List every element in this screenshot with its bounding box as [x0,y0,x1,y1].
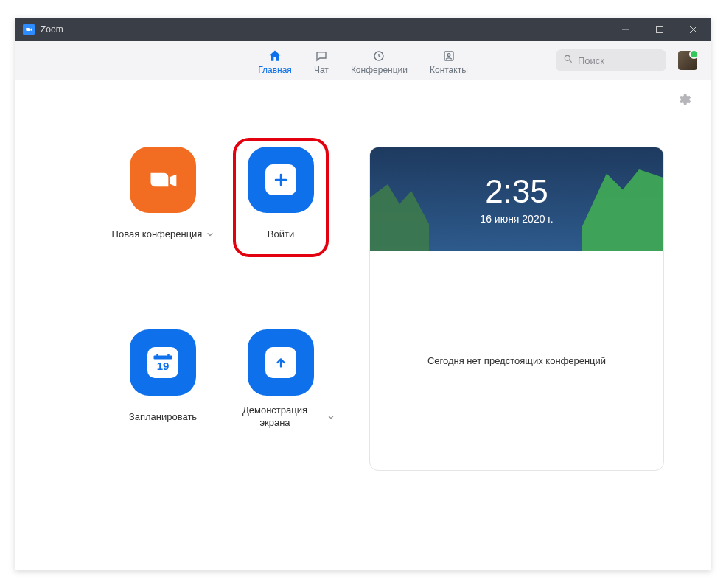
svg-point-4 [565,55,570,60]
window-title: Zoom [41,24,63,35]
search-icon [563,54,573,67]
nav-label: Контакты [430,65,468,75]
highlight-box: Войти [233,138,329,257]
new-meeting-label: Новая конференция [112,228,203,241]
nav-contacts[interactable]: Контакты [430,46,468,75]
svg-rect-6 [156,354,158,357]
panel-date: 16 июня 2020 г. [480,213,553,225]
panel-header: 2:35 16 июня 2020 г. [370,147,663,251]
calendar-day: 19 [157,360,170,372]
nav-meetings[interactable]: Конференции [351,46,408,75]
avatar[interactable] [678,51,697,70]
panel-body: Сегодня нет предстоящих конференций [370,251,663,470]
settings-button[interactable] [677,92,691,110]
search-input[interactable] [578,55,659,66]
svg-rect-7 [167,354,170,357]
share-screen-button[interactable] [248,329,314,396]
search-box[interactable] [556,49,666,71]
main-row: Новая конференция [15,80,711,471]
nav-label: Главная [258,65,292,75]
chevron-down-icon[interactable] [327,410,335,424]
svg-rect-0 [657,27,663,33]
chat-icon [314,49,329,63]
nav-label: Чат [314,65,329,75]
titlebar: Zoom [15,18,711,41]
join-label: Войти [268,228,294,241]
actions-grid: Новая конференция [104,147,340,471]
share-arrow-icon [265,347,296,378]
schedule-cell: 19 Запланировать [104,329,222,471]
toolbar: Главная Чат Конференции Контакты [15,41,711,80]
calendar-icon: 19 [147,347,178,378]
content: Новая конференция [15,80,711,570]
join-button[interactable] [248,147,314,213]
nav-label: Конференции [351,65,408,75]
contacts-icon [441,49,456,63]
minimize-button[interactable] [609,18,643,41]
maximize-button[interactable] [643,18,677,41]
share-screen-label: Демонстрация экрана [227,405,323,430]
no-meetings-text: Сегодня нет предстоящих конференций [427,355,606,366]
share-screen-cell: Демонстрация экрана [222,329,340,471]
schedule-label: Запланировать [129,411,197,424]
new-meeting-button[interactable] [130,147,196,213]
titlebar-left: Zoom [15,24,63,35]
plus-square-icon [265,164,296,195]
right-panel: 2:35 16 июня 2020 г. Сегодня нет предсто… [369,147,664,471]
window-controls [609,18,711,41]
home-icon [268,49,282,63]
close-button[interactable] [677,18,711,41]
zoom-app-icon [23,24,35,35]
panel-time: 2:35 [485,173,548,210]
nav: Главная Чат Конференции Контакты [258,46,468,75]
nav-chat[interactable]: Чат [314,46,329,75]
schedule-button[interactable]: 19 [130,329,196,396]
app-window: Zoom Главная Чат [15,18,711,570]
chevron-down-icon[interactable] [206,228,214,241]
nav-home[interactable]: Главная [258,46,292,75]
svg-point-3 [447,53,450,56]
new-meeting-cell: Новая конференция [104,147,222,288]
clock-icon [371,49,386,63]
join-cell: Войти [222,147,340,288]
